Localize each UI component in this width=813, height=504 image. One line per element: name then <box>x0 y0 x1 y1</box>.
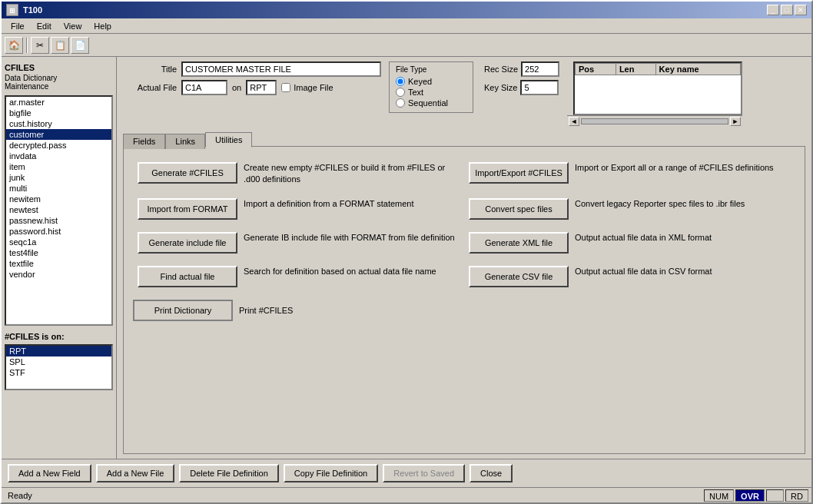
tab-fields[interactable]: Fields <box>123 134 165 149</box>
title-bar: ⊞ T100 _ □ ✕ <box>2 2 811 18</box>
sequential-radio[interactable] <box>396 98 405 108</box>
image-file-checkbox[interactable] <box>281 83 290 92</box>
utility-right-cell: Import/Export #CFILESImport or Export al… <box>464 156 795 192</box>
actual-file-row: Actual File on Image File <box>123 80 381 95</box>
paste-button[interactable]: 📄 <box>71 37 89 54</box>
key-table-area[interactable]: Pos Len Key name <box>573 61 742 115</box>
utility-description: Output actual file data in XML format <box>575 232 791 244</box>
text-label: Text <box>408 88 423 97</box>
minimize-button[interactable]: _ <box>767 5 779 15</box>
add-file-button[interactable]: Add a New File <box>96 464 175 482</box>
file-list-item[interactable]: textfile <box>6 258 111 269</box>
file-list-item[interactable]: newitem <box>6 194 111 204</box>
rec-size-label: Rec Size <box>484 65 518 74</box>
key-size-label: Key Size <box>484 83 517 92</box>
add-field-button[interactable]: Add a New Field <box>8 464 91 482</box>
revert-button[interactable]: Revert to Saved <box>383 464 465 482</box>
utility-description: Search for definition based on actual da… <box>244 266 460 277</box>
utility-button[interactable]: Import/Export #CFILES <box>469 162 569 184</box>
file-type-box: File Type Keyed Text Sequential <box>389 61 473 113</box>
print-dictionary-button[interactable]: Print Dictionary <box>133 300 233 321</box>
toolbar: 🏠 ✂ 📋 📄 <box>2 34 811 57</box>
status-indicators: NUM OVR RD <box>704 489 808 502</box>
file-list-item[interactable]: seqc1a <box>6 237 111 247</box>
key-size-row: Key Size <box>484 80 559 95</box>
rec-size-input[interactable] <box>521 61 559 77</box>
app-icon: ⊞ <box>6 4 18 16</box>
menu-help[interactable]: Help <box>88 20 118 32</box>
key-size-input[interactable] <box>520 80 559 95</box>
key-table-container: Pos Len Key name ◄ ► <box>567 61 742 127</box>
len-header: Len <box>616 64 655 75</box>
file-list-item[interactable]: item <box>6 161 111 172</box>
utility-description: Convert legacy Reporter spec files to .i… <box>575 198 791 210</box>
file-list-item[interactable]: customer <box>6 129 111 140</box>
rpt-input[interactable] <box>246 80 277 95</box>
utility-button[interactable]: Find actual file <box>138 266 237 287</box>
utility-button[interactable]: Convert spec files <box>469 198 569 220</box>
scroll-left-button[interactable]: ◄ <box>569 117 579 126</box>
title-row: Title <box>123 61 381 77</box>
form-area: Title Actual File on Image File <box>123 61 805 127</box>
file-list-item[interactable]: decrypted.pass <box>6 140 111 151</box>
menu-file[interactable]: File <box>5 20 31 32</box>
file-list-item[interactable]: bigfile <box>6 108 111 118</box>
actual-file-input[interactable] <box>181 80 227 95</box>
menu-edit[interactable]: Edit <box>31 20 58 32</box>
rd-indicator: RD <box>785 489 808 502</box>
file-list-item[interactable]: test4file <box>6 247 111 258</box>
file-list-item[interactable]: newtest <box>6 204 111 215</box>
cfiles-list[interactable]: RPTSPLSTF <box>5 344 113 390</box>
image-file-row: Image File <box>281 83 333 92</box>
file-list-item[interactable]: cust.history <box>6 118 111 129</box>
utility-button[interactable]: Generate include file <box>138 232 237 254</box>
file-list[interactable]: ar.masterbigfilecust.historycustomerdecr… <box>5 95 113 326</box>
tab-links[interactable]: Links <box>165 134 205 149</box>
file-list-item[interactable]: junk <box>6 172 111 183</box>
file-type-title: File Type <box>396 65 466 74</box>
cfiles-option[interactable]: STF <box>6 367 111 378</box>
utility-description: Generate IB include file with FORMAT fro… <box>244 232 460 244</box>
delete-file-button[interactable]: Delete File Definition <box>179 464 279 482</box>
utility-left-cell: Generate include fileGenerate IB include… <box>133 226 464 260</box>
utility-button[interactable]: Generate CSV file <box>469 266 569 287</box>
title-input[interactable] <box>181 61 381 77</box>
print-dict-row: Print Dictionary Print #CFILES <box>133 300 795 321</box>
scroll-thumb[interactable] <box>581 118 728 124</box>
maximize-button[interactable]: □ <box>781 5 793 15</box>
file-list-item[interactable]: ar.master <box>6 97 111 108</box>
file-list-item[interactable]: passnew.hist <box>6 215 111 226</box>
tab-utilities[interactable]: Utilities <box>205 132 252 148</box>
utility-button[interactable]: Import from FORMAT <box>138 198 237 220</box>
cfiles-option[interactable]: RPT <box>6 346 111 356</box>
file-list-item[interactable]: multi <box>6 183 111 194</box>
rec-size-row: Rec Size <box>484 61 559 77</box>
utility-left-cell: Import from FORMATImport a definition fr… <box>133 192 464 226</box>
print-dict-desc: Print #CFILES <box>239 306 293 315</box>
window-controls: _ □ ✕ <box>767 5 807 15</box>
num-indicator: NUM <box>704 489 734 502</box>
file-list-item[interactable]: vendor <box>6 269 111 280</box>
utility-description: Output actual file data in CSV format <box>575 266 791 277</box>
text-radio-row: Text <box>396 88 466 97</box>
close-button[interactable]: Close <box>470 464 513 482</box>
utility-button[interactable]: Generate #CFILES <box>138 162 237 184</box>
menu-view[interactable]: View <box>58 20 88 32</box>
utility-left-cell: Generate #CFILESCreate new empty #CFILES… <box>133 156 464 192</box>
close-button[interactable]: ✕ <box>795 5 807 15</box>
cfiles-option[interactable]: SPL <box>6 356 111 367</box>
home-button[interactable]: 🏠 <box>5 37 23 54</box>
file-list-item[interactable]: invdata <box>6 151 111 161</box>
form-fields: Title Actual File on Image File <box>123 61 381 95</box>
keyed-radio[interactable] <box>396 77 405 86</box>
copy-button[interactable]: 📋 <box>51 37 69 54</box>
file-list-item[interactable]: password.hist <box>6 226 111 237</box>
image-file-label: Image File <box>294 83 333 92</box>
copy-file-button[interactable]: Copy File Definition <box>284 464 378 482</box>
left-panel: CFILES Data Dictionary Maintenance ar.ma… <box>2 57 117 459</box>
text-radio[interactable] <box>396 88 405 97</box>
cut-button[interactable]: ✂ <box>31 37 49 54</box>
utility-button[interactable]: Generate XML file <box>469 232 569 254</box>
status-text: Ready <box>5 491 32 500</box>
scroll-right-button[interactable]: ► <box>730 117 741 126</box>
